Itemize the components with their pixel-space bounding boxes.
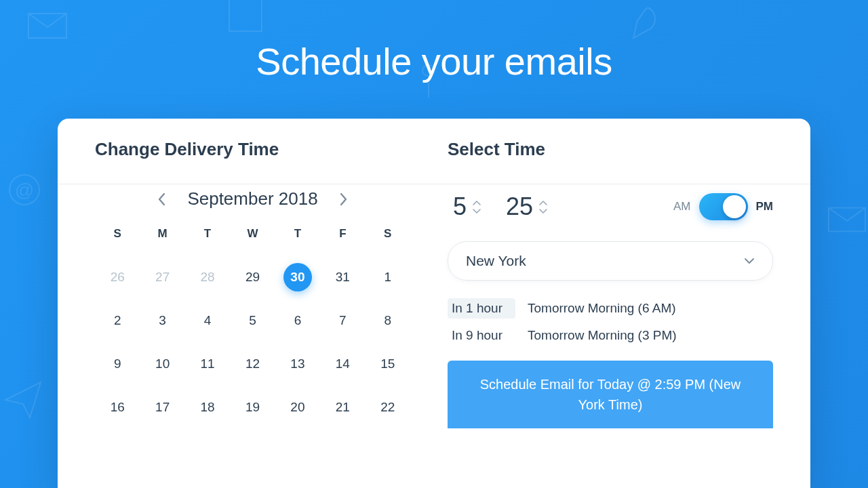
calendar-day-of-week: W xyxy=(230,227,275,256)
timezone-dropdown[interactable]: New York xyxy=(448,241,773,281)
calendar-day-of-week: T xyxy=(275,227,320,256)
calendar-day[interactable]: 15 xyxy=(366,342,410,386)
time-row: 5 25 AM PM xyxy=(448,192,773,221)
chevron-up-icon xyxy=(472,200,481,206)
calendar-day[interactable]: 5 xyxy=(230,299,275,342)
quick-option-absolute[interactable]: Tomorrow Morning (6 AM) xyxy=(528,301,676,316)
calendar-day[interactable]: 13 xyxy=(275,342,320,386)
calendar-day[interactable]: 11 xyxy=(185,342,230,386)
calendar-day[interactable]: 19 xyxy=(230,386,275,429)
calendar-day[interactable]: 28 xyxy=(185,256,230,299)
minute-stepper[interactable]: 25 xyxy=(506,192,548,221)
calendar-day-of-week: S xyxy=(366,227,410,256)
quick-option-relative[interactable]: In 9 hour xyxy=(448,325,515,346)
quick-option-row: In 9 hourTomorrow Morning (3 PM) xyxy=(448,325,773,346)
calendar-day[interactable]: 27 xyxy=(140,256,184,299)
svg-text:@: @ xyxy=(15,180,34,201)
calendar-day[interactable]: 10 xyxy=(140,342,184,386)
scheduler-card: Change Delivery Time September 2018 SMTW… xyxy=(58,119,810,488)
chevron-down-icon xyxy=(538,208,548,214)
calendar-day-of-week: F xyxy=(320,227,365,256)
calendar-day-of-week: M xyxy=(140,227,184,256)
hour-stepper[interactable]: 5 xyxy=(448,192,481,221)
calendar-day-of-week: S xyxy=(95,227,140,256)
time-title: Select Time xyxy=(448,139,773,160)
next-month-button[interactable] xyxy=(334,190,353,209)
quick-option-relative[interactable]: In 1 hour xyxy=(448,298,515,319)
am-label: AM xyxy=(673,200,691,214)
timezone-value: New York xyxy=(466,253,526,269)
calendar-title: Change Delivery Time xyxy=(95,139,410,160)
svg-point-1 xyxy=(9,175,39,205)
calendar-day[interactable]: 20 xyxy=(275,386,320,429)
calendar-day[interactable]: 7 xyxy=(320,299,365,342)
calendar-day[interactable]: 22 xyxy=(366,386,410,429)
calendar-day[interactable]: 4 xyxy=(185,299,230,342)
calendar-day[interactable]: 3 xyxy=(140,299,184,342)
minute-arrows[interactable] xyxy=(538,200,548,214)
calendar-day[interactable]: 26 xyxy=(95,256,140,299)
ampm-toggle-group: AM PM xyxy=(673,193,773,220)
chevron-down-icon xyxy=(472,208,481,214)
time-pane: Select Time 5 25 AM xyxy=(434,119,810,488)
toggle-handle xyxy=(723,195,746,218)
chevron-down-icon xyxy=(744,258,755,264)
hour-arrows[interactable] xyxy=(472,200,481,214)
pm-label: PM xyxy=(756,200,774,214)
card-divider xyxy=(58,184,810,184)
calendar-day[interactable]: 8 xyxy=(366,299,410,342)
calendar-day[interactable]: 18 xyxy=(185,386,230,429)
hour-value: 5 xyxy=(448,192,467,221)
calendar-day[interactable]: 17 xyxy=(140,386,184,429)
quick-option-absolute[interactable]: Tomorrow Morning (3 PM) xyxy=(528,328,677,343)
calendar-day[interactable]: 1 xyxy=(366,256,410,299)
chevron-right-icon xyxy=(340,192,348,206)
ampm-toggle[interactable] xyxy=(699,193,748,220)
calendar-day[interactable]: 21 xyxy=(320,386,365,429)
calendar-day[interactable]: 14 xyxy=(320,342,365,386)
minute-value: 25 xyxy=(506,192,533,221)
calendar-day[interactable]: 30 xyxy=(275,256,320,299)
calendar-pane: Change Delivery Time September 2018 SMTW… xyxy=(58,119,434,488)
quick-options-list: In 1 hourTomorrow Morning (6 AM)In 9 hou… xyxy=(448,298,773,346)
chevron-up-icon xyxy=(538,200,548,206)
calendar-day[interactable]: 12 xyxy=(230,342,275,386)
calendar-day[interactable]: 2 xyxy=(95,299,140,342)
calendar-day[interactable]: 29 xyxy=(230,256,275,299)
hero-title: Schedule your emails xyxy=(0,0,868,83)
calendar-day[interactable]: 16 xyxy=(95,386,140,429)
calendar-day[interactable]: 31 xyxy=(320,256,365,299)
calendar-day[interactable]: 9 xyxy=(95,342,140,386)
calendar-grid: SMTWTFS262728293031123456789101112131415… xyxy=(95,227,410,429)
current-month-label: September 2018 xyxy=(187,188,317,209)
prev-month-button[interactable] xyxy=(152,190,171,209)
schedule-button[interactable]: Schedule Email for Today @ 2:59 PM (New … xyxy=(448,361,773,428)
calendar-day-of-week: T xyxy=(185,227,230,256)
calendar-day[interactable]: 6 xyxy=(275,299,320,342)
chevron-left-icon xyxy=(157,192,165,206)
quick-option-row: In 1 hourTomorrow Morning (6 AM) xyxy=(448,298,773,319)
calendar-header: September 2018 xyxy=(95,188,410,209)
